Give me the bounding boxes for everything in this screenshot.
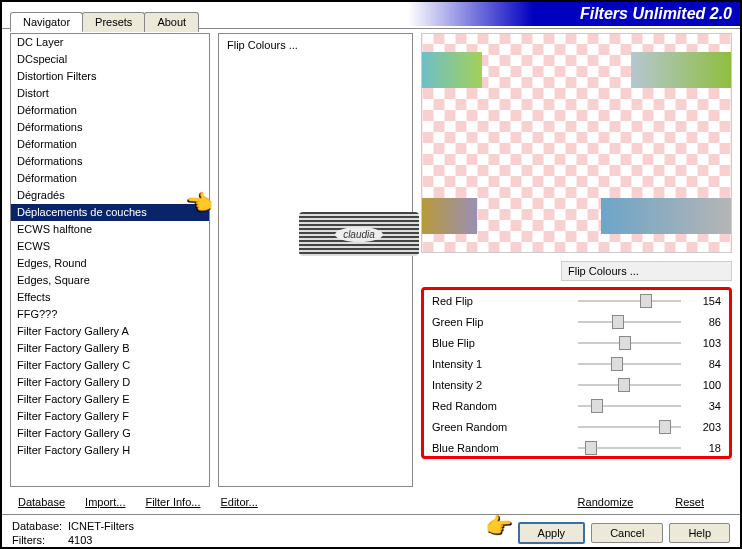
param-row: Blue Flip103	[424, 332, 729, 353]
tab-navigator[interactable]: Navigator	[10, 12, 83, 32]
database-button[interactable]: Database	[12, 496, 71, 508]
filter-list[interactable]: Flip Colours ...	[218, 33, 413, 487]
param-row: Red Random34	[424, 395, 729, 416]
preview-swatch	[631, 52, 731, 88]
nav-item[interactable]: Déformation	[11, 136, 209, 153]
footer-buttons: Apply Cancel Help	[518, 522, 730, 544]
param-value: 34	[687, 400, 721, 412]
param-value: 154	[687, 295, 721, 307]
parameters-box: Red Flip154Green Flip86Blue Flip103Inten…	[421, 287, 732, 459]
nav-item[interactable]: FFG???	[11, 306, 209, 323]
filter-list-item[interactable]: Flip Colours ...	[223, 38, 408, 52]
param-row: Green Random203	[424, 416, 729, 437]
param-slider[interactable]	[578, 300, 681, 302]
filters-label: Filters:	[12, 533, 68, 547]
nav-item[interactable]: DC Layer	[11, 34, 209, 51]
preview-swatch	[422, 52, 482, 88]
param-slider[interactable]	[578, 321, 681, 323]
nav-item[interactable]: Filter Factory Gallery B	[11, 340, 209, 357]
param-label: Red Flip	[432, 295, 572, 307]
param-slider[interactable]	[578, 342, 681, 344]
param-row: Intensity 184	[424, 353, 729, 374]
param-label: Green Flip	[432, 316, 572, 328]
footer: Database:ICNET-Filters Filters:4103 Appl…	[2, 514, 740, 549]
nav-item[interactable]: Déformation	[11, 170, 209, 187]
nav-item[interactable]: Déplacements de couches	[11, 204, 209, 221]
param-slider[interactable]	[578, 447, 681, 449]
param-label: Blue Flip	[432, 337, 572, 349]
import-button[interactable]: Import...	[79, 496, 131, 508]
param-row: Red Flip154	[424, 290, 729, 311]
footer-info: Database:ICNET-Filters Filters:4103	[12, 519, 134, 547]
randomize-button[interactable]: Randomize	[572, 496, 640, 508]
param-label: Intensity 1	[432, 358, 572, 370]
nav-item[interactable]: DCspecial	[11, 51, 209, 68]
nav-item[interactable]: Déformations	[11, 119, 209, 136]
db-value: ICNET-Filters	[68, 520, 134, 532]
param-slider[interactable]	[578, 405, 681, 407]
nav-item[interactable]: Edges, Square	[11, 272, 209, 289]
nav-item[interactable]: ECWS halftone	[11, 221, 209, 238]
nav-item[interactable]: Déformations	[11, 153, 209, 170]
preview-swatch	[422, 198, 477, 234]
effect-name-label: Flip Colours ...	[561, 261, 732, 281]
param-slider[interactable]	[578, 384, 681, 386]
reset-button[interactable]: Reset	[669, 496, 710, 508]
nav-item[interactable]: Filter Factory Gallery A	[11, 323, 209, 340]
apply-button[interactable]: Apply	[518, 522, 586, 544]
right-panel: claudia Flip Colours ... Red Flip154Gree…	[421, 33, 732, 490]
pointer-hand-icon: 👉	[485, 513, 512, 539]
app-title: Filters Unlimited 2.0	[580, 5, 732, 23]
preview-area	[421, 33, 732, 253]
param-row: Blue Random18	[424, 437, 729, 458]
param-row: Green Flip86	[424, 311, 729, 332]
preview-swatch	[601, 198, 731, 234]
param-label: Blue Random	[432, 442, 572, 454]
nav-item[interactable]: Effects	[11, 289, 209, 306]
nav-item[interactable]: Filter Factory Gallery H	[11, 442, 209, 459]
param-value: 86	[687, 316, 721, 328]
param-value: 203	[687, 421, 721, 433]
param-value: 103	[687, 337, 721, 349]
nav-item[interactable]: Filter Factory Gallery C	[11, 357, 209, 374]
nav-item[interactable]: ECWS	[11, 238, 209, 255]
param-label: Intensity 2	[432, 379, 572, 391]
pointer-hand-icon: 👉	[187, 190, 214, 216]
param-slider[interactable]	[578, 363, 681, 365]
nav-item[interactable]: Filter Factory Gallery D	[11, 374, 209, 391]
param-value: 100	[687, 379, 721, 391]
nav-item[interactable]: Edges, Round	[11, 255, 209, 272]
tab-about[interactable]: About	[144, 12, 199, 32]
filters-value: 4103	[68, 534, 92, 546]
cancel-button[interactable]: Cancel	[591, 523, 663, 543]
nav-item[interactable]: Déformation	[11, 102, 209, 119]
nav-item[interactable]: Distortion Filters	[11, 68, 209, 85]
help-button[interactable]: Help	[669, 523, 730, 543]
param-slider[interactable]	[578, 426, 681, 428]
param-label: Green Random	[432, 421, 572, 433]
watermark-stamp: claudia	[299, 212, 419, 256]
tabs: Navigator Presets About	[10, 12, 198, 32]
toolbar-row: Database Import... Filter Info... Editor…	[2, 490, 740, 514]
param-value: 84	[687, 358, 721, 370]
param-row: Intensity 2100	[424, 374, 729, 395]
main-area: DC LayerDCspecialDistortion FiltersDisto…	[2, 28, 740, 490]
filter-info-button[interactable]: Filter Info...	[139, 496, 206, 508]
nav-item[interactable]: Filter Factory Gallery E	[11, 391, 209, 408]
param-label: Red Random	[432, 400, 572, 412]
nav-item[interactable]: Dégradés	[11, 187, 209, 204]
param-value: 18	[687, 442, 721, 454]
editor-button[interactable]: Editor...	[214, 496, 263, 508]
tab-presets[interactable]: Presets	[82, 12, 145, 32]
nav-item[interactable]: Distort	[11, 85, 209, 102]
nav-item[interactable]: Filter Factory Gallery F	[11, 408, 209, 425]
nav-item[interactable]: Filter Factory Gallery G	[11, 425, 209, 442]
navigator-list[interactable]: DC LayerDCspecialDistortion FiltersDisto…	[10, 33, 210, 487]
db-label: Database:	[12, 519, 68, 533]
